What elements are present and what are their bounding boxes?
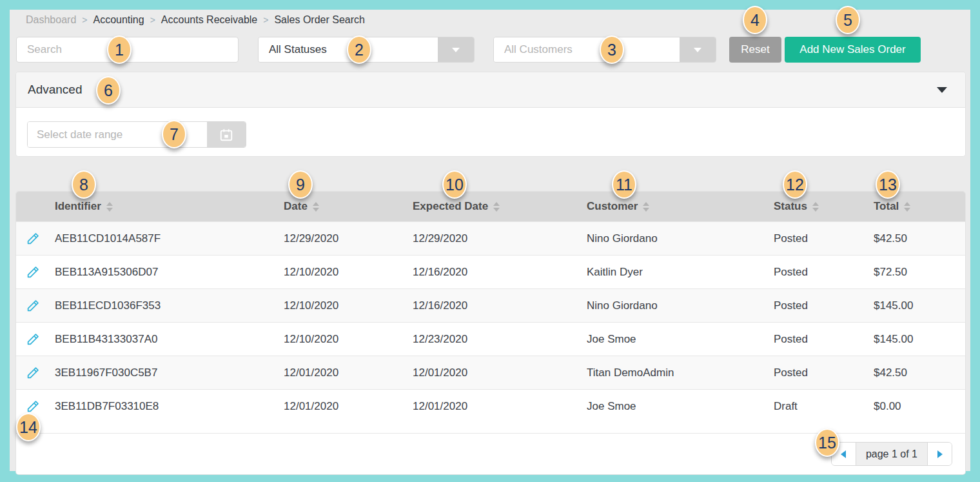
cell-identifier: BEB11ECD1036F353 <box>55 299 284 312</box>
column-header-customer[interactable]: Customer <box>587 200 774 213</box>
breadcrumb-item-accounting[interactable]: Accounting <box>93 14 144 25</box>
annotation-badge-14: 14 <box>16 413 41 441</box>
column-label: Total <box>874 200 899 213</box>
pencil-icon <box>26 399 40 413</box>
breadcrumb-separator: > <box>263 15 268 25</box>
cell-total: $42.50 <box>874 367 965 379</box>
cell-total: $0.00 <box>874 400 965 413</box>
pencil-icon <box>26 265 40 279</box>
annotation-badge-12: 12 <box>783 170 807 199</box>
breadcrumb-item-dashboard[interactable]: Dashboard <box>26 14 76 25</box>
cell-identifier: 3EB11967F030C5B7 <box>55 367 284 379</box>
chevron-down-icon[interactable] <box>937 87 947 93</box>
cell-total: $145.00 <box>874 333 965 346</box>
reset-button[interactable]: Reset <box>729 37 781 63</box>
cell-status: Posted <box>774 333 874 346</box>
annotation-badge-9: 9 <box>288 170 313 199</box>
annotation-badge-11: 11 <box>612 170 636 199</box>
column-label: Expected Date <box>413 200 488 213</box>
edit-row-button[interactable] <box>16 399 55 413</box>
sort-arrows-icon <box>313 202 319 212</box>
column-label: Customer <box>587 200 638 213</box>
breadcrumb-separator: > <box>82 15 87 25</box>
cell-expected: 12/16/2020 <box>413 299 587 312</box>
annotation-badge-13: 13 <box>876 170 900 199</box>
cell-customer: Titan DemoAdmin <box>587 367 774 379</box>
annotation-badge-15: 15 <box>815 428 839 457</box>
table-header-row: Identifier Date Expected Date Customer S… <box>16 192 965 221</box>
cell-status: Posted <box>774 299 874 312</box>
arrow-left-icon <box>841 450 846 458</box>
cell-expected: 12/01/2020 <box>413 367 587 379</box>
cell-identifier: BEB11B43133037A0 <box>55 333 284 346</box>
status-select-dropdown-button[interactable] <box>438 37 474 62</box>
advanced-panel-header[interactable]: Advanced <box>16 72 965 108</box>
cell-total: $42.50 <box>874 232 965 245</box>
chevron-down-icon <box>452 48 460 52</box>
cell-identifier: AEB11CD1014A587F <box>55 232 284 245</box>
pencil-icon <box>26 299 40 312</box>
edit-row-button[interactable] <box>16 232 55 245</box>
cell-customer: Kaitlin Dyer <box>587 266 774 279</box>
sort-arrows-icon <box>812 202 819 212</box>
annotation-badge-4: 4 <box>743 6 767 34</box>
next-page-button[interactable] <box>928 443 952 465</box>
cell-date: 12/01/2020 <box>284 367 413 379</box>
annotation-badge-5: 5 <box>836 6 860 34</box>
advanced-panel-title: Advanced <box>28 83 83 97</box>
edit-row-button[interactable] <box>16 265 55 279</box>
cell-date: 12/10/2020 <box>284 299 413 312</box>
pagination: page 1 of 1 <box>831 442 952 466</box>
breadcrumb-separator: > <box>150 15 155 25</box>
edit-row-button[interactable] <box>16 366 55 379</box>
annotation-badge-3: 3 <box>600 35 624 64</box>
column-label: Date <box>284 200 308 213</box>
table-body: AEB11CD1014A587F12/29/202012/29/2020Nino… <box>16 221 965 423</box>
calendar-icon <box>219 128 233 142</box>
column-header-expected-date[interactable]: Expected Date <box>413 200 587 213</box>
edit-row-button[interactable] <box>16 299 55 312</box>
annotation-badge-7: 7 <box>162 120 186 148</box>
column-header-identifier[interactable]: Identifier <box>55 200 284 213</box>
breadcrumb-item-sales-order-search: Sales Order Search <box>274 14 365 25</box>
customer-select-placeholder: All Customers <box>494 37 680 62</box>
chevron-down-icon <box>694 48 701 52</box>
annotation-badge-8: 8 <box>72 170 96 199</box>
page-indicator: page 1 of 1 <box>856 443 928 465</box>
date-range-control[interactable] <box>27 121 246 148</box>
table-row: BEB11ECD1036F35312/10/202012/16/2020Nino… <box>16 288 965 322</box>
pencil-icon <box>26 332 40 346</box>
annotation-badge-6: 6 <box>96 76 121 105</box>
sort-arrows-icon <box>643 202 649 212</box>
annotation-badge-10: 10 <box>442 170 467 199</box>
column-label: Status <box>774 200 807 213</box>
pencil-icon <box>26 232 40 245</box>
column-header-status[interactable]: Status <box>774 200 874 213</box>
advanced-panel: Advanced <box>16 72 965 156</box>
column-header-date[interactable]: Date <box>284 200 413 213</box>
cell-date: 12/29/2020 <box>284 232 413 245</box>
cell-total: $145.00 <box>874 299 965 312</box>
cell-date: 12/10/2020 <box>284 333 413 346</box>
breadcrumb-item-accounts-receivable[interactable]: Accounts Receivable <box>161 14 257 25</box>
add-new-sales-order-button[interactable]: Add New Sales Order <box>785 37 921 63</box>
sort-arrows-icon <box>904 202 910 212</box>
cell-status: Posted <box>774 232 874 245</box>
column-header-total[interactable]: Total <box>874 200 965 213</box>
cell-identifier: BEB113A915306D07 <box>55 266 284 279</box>
cell-identifier: 3EB11DB7F03310E8 <box>55 400 284 413</box>
date-picker-button[interactable] <box>207 122 246 147</box>
customer-select-dropdown-button[interactable] <box>680 37 716 62</box>
edit-row-button[interactable] <box>16 332 55 346</box>
table-row: BEB11B43133037A012/10/202012/23/2020Joe … <box>16 322 965 356</box>
sort-arrows-icon <box>106 202 113 212</box>
cell-expected: 12/23/2020 <box>413 333 587 346</box>
table-row: 3EB11DB7F03310E812/01/202012/01/2020Joe … <box>16 389 965 423</box>
cell-status: Draft <box>774 400 874 413</box>
cell-customer: Joe Smoe <box>587 400 774 413</box>
cell-customer: Nino Giordano <box>587 232 774 245</box>
page-container: Dashboard>Accounting>Accounts Receivable… <box>10 10 970 471</box>
table-row: BEB113A915306D0712/10/202012/16/2020Kait… <box>16 255 965 288</box>
annotation-badge-1: 1 <box>107 35 132 64</box>
cell-status: Posted <box>774 367 874 379</box>
